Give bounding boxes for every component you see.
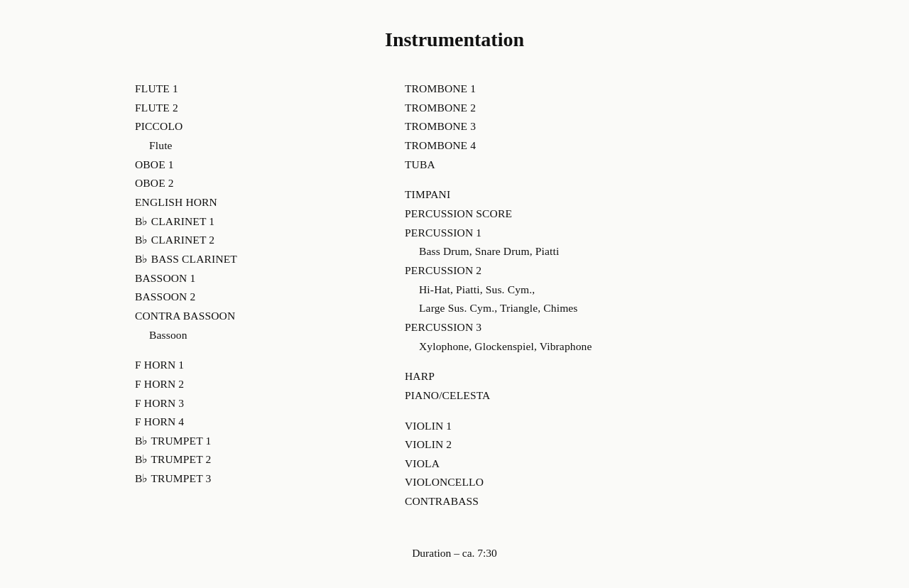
list-item: OBOE 1: [135, 156, 362, 175]
spacer: [405, 174, 703, 185]
list-item: TROMBONE 4: [405, 136, 703, 156]
list-item: CONTRABASS: [405, 492, 703, 511]
list-item: Hi-Hat, Piatti, Sus. Cym.,: [405, 281, 703, 300]
list-item: F HORN 4: [135, 413, 362, 432]
list-item: F HORN 3: [135, 394, 362, 413]
list-item: BASSOON 2: [135, 288, 362, 307]
duration-line: Duration – ca. 7:30: [412, 547, 497, 560]
list-item: Large Sus. Cym., Triangle, Chimes: [405, 299, 703, 318]
list-item: PERCUSSION 1: [405, 224, 703, 243]
page-container: Instrumentation FLUTE 1FLUTE 2PICCOLOFlu…: [0, 0, 909, 588]
list-item: F HORN 2: [135, 375, 362, 394]
list-item: B♭ TRUMPET 1: [135, 432, 362, 451]
list-item: TROMBONE 1: [405, 80, 703, 99]
list-item: ENGLISH HORN: [135, 193, 362, 212]
list-item: Flute: [135, 136, 362, 156]
list-item: B♭ BASS CLARINET: [135, 250, 362, 269]
page-title: Instrumentation: [385, 28, 524, 51]
list-item: PERCUSSION 2: [405, 261, 703, 281]
list-item: TUBA: [405, 156, 703, 175]
column-right: TROMBONE 1TROMBONE 2TROMBONE 3TROMBONE 4…: [405, 80, 703, 511]
list-item: PERCUSSION SCORE: [405, 205, 703, 224]
list-item: VIOLIN 1: [405, 417, 703, 436]
list-item: PERCUSSION 3: [405, 318, 703, 337]
list-item: B♭ CLARINET 1: [135, 212, 362, 232]
spacer: [405, 356, 703, 367]
list-item: PIANO/CELESTA: [405, 386, 703, 405]
list-item: VIOLA: [405, 454, 703, 474]
list-item: BASSOON 1: [135, 269, 362, 288]
list-item: VIOLIN 2: [405, 435, 703, 454]
list-item: VIOLONCELLO: [405, 473, 703, 492]
list-item: PICCOLO: [135, 117, 362, 136]
column-left: FLUTE 1FLUTE 2PICCOLOFluteOBOE 1OBOE 2EN…: [135, 80, 362, 511]
list-item: Xylophone, Glockenspiel, Vibraphone: [405, 337, 703, 356]
list-item: HARP: [405, 367, 703, 386]
spacer: [405, 405, 703, 417]
spacer: [135, 344, 362, 356]
instruments-grid: FLUTE 1FLUTE 2PICCOLOFluteOBOE 1OBOE 2EN…: [135, 80, 774, 511]
list-item: OBOE 2: [135, 174, 362, 193]
list-item: B♭ TRUMPET 2: [135, 450, 362, 469]
list-item: B♭ CLARINET 2: [135, 231, 362, 250]
list-item: F HORN 1: [135, 356, 362, 375]
list-item: TROMBONE 2: [405, 99, 703, 118]
list-item: B♭ TRUMPET 3: [135, 469, 362, 489]
list-item: FLUTE 1: [135, 80, 362, 99]
list-item: CONTRA BASSOON: [135, 307, 362, 326]
list-item: Bassoon: [135, 326, 362, 345]
list-item: FLUTE 2: [135, 99, 362, 118]
list-item: Bass Drum, Snare Drum, Piatti: [405, 242, 703, 261]
list-item: TIMPANI: [405, 185, 703, 205]
list-item: TROMBONE 3: [405, 117, 703, 136]
